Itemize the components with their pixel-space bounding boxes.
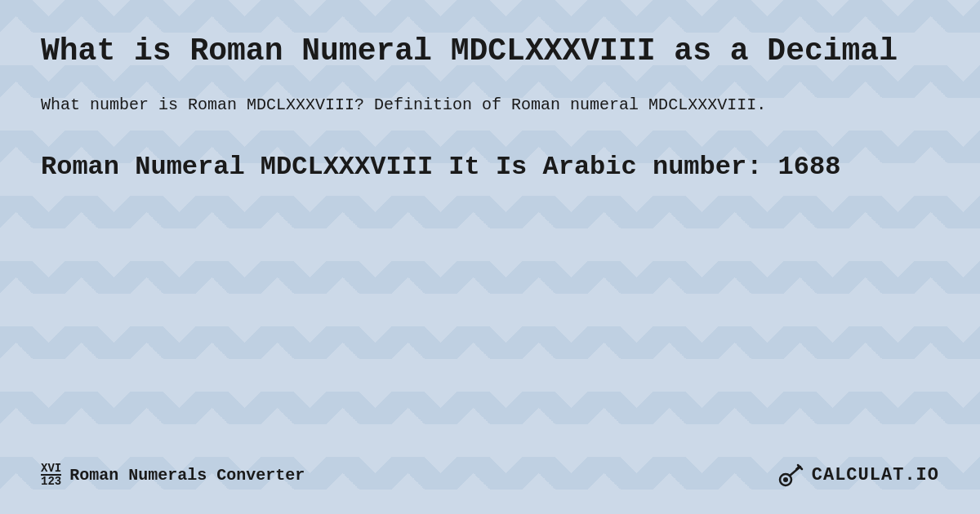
svg-line-2 [790,467,800,476]
footer: XVI 123 Roman Numerals Converter CALCULA… [41,444,939,490]
roman-icon-bottom: 123 [41,474,61,487]
svg-point-1 [783,477,788,482]
branding-label: Roman Numerals Converter [69,466,305,485]
calculat-logo-icon [776,460,805,490]
branding-left: XVI 123 Roman Numerals Converter [41,463,305,487]
logo-right: CALCULAT.IO [776,460,939,490]
roman-numeral-icon: XVI 123 [41,463,61,487]
page-content: What is Roman Numeral MDCLXXXVIII as a D… [0,0,980,514]
page-title: What is Roman Numeral MDCLXXXVIII as a D… [41,33,939,70]
result-section: Roman Numeral MDCLXXXVIII It Is Arabic n… [41,150,939,184]
main-section: What is Roman Numeral MDCLXXXVIII as a D… [41,33,939,444]
logo-text: CALCULAT.IO [812,465,939,485]
description-text: What number is Roman MDCLXXXVIII? Defini… [41,93,776,117]
roman-icon-top: XVI [41,463,61,474]
result-heading: Roman Numeral MDCLXXXVIII It Is Arabic n… [41,150,939,184]
